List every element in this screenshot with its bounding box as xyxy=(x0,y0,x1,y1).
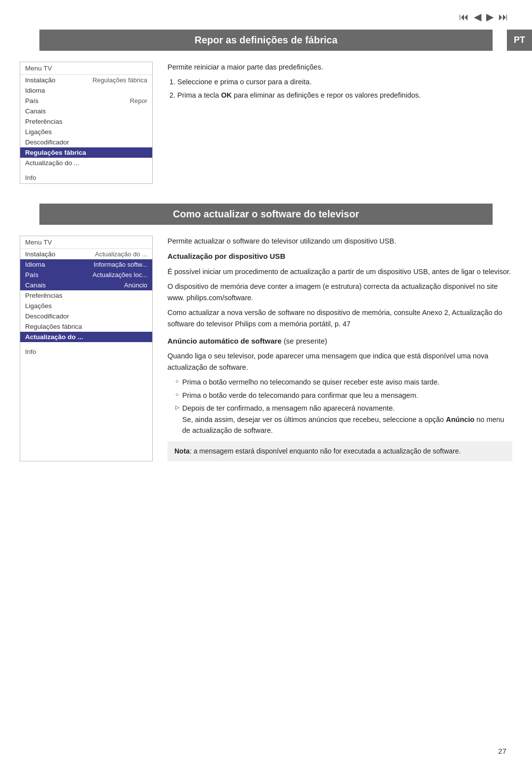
s2-menu-row-actualizacao-highlighted: Actualização do ... xyxy=(20,332,152,342)
s2-menu-row-pais: País Actualizações loc... xyxy=(20,270,152,280)
section1-header-row: Repor as definições de fábrica PT xyxy=(20,30,512,51)
nav-prev-icon[interactable]: ◀ xyxy=(474,11,481,23)
nav-icons: ⏮ ◀ ▶ ⏭ xyxy=(459,11,508,23)
section1-header: Repor as definições de fábrica xyxy=(39,30,493,51)
section2-header-row: Como actualizar o software do televisor xyxy=(20,204,512,225)
section1-step1: Seleccione e prima o cursor para a direi… xyxy=(177,76,512,87)
s2-menu-row-canais: Canais Anúncio xyxy=(20,280,152,290)
section2-desc-intro: Permite actualizar o software do televis… xyxy=(167,236,512,246)
section2-content: Menu TV Instalação Actualização do ... I… xyxy=(20,225,512,466)
section2-note: Nota: a mensagem estará disponível enqua… xyxy=(167,441,512,461)
section2-menu-info: Info xyxy=(20,346,152,357)
s2-menu-row-regulacoes: Regulações fábrica xyxy=(20,321,152,332)
section2-usb-para2: O dispositivo de memória deve conter a i… xyxy=(167,281,512,303)
menu-row-descodificador: Descodificador xyxy=(20,137,152,147)
section1-step2: Prima a tecla OK para eliminar as defini… xyxy=(177,90,512,101)
menu-row-canais: Canais xyxy=(20,106,152,116)
menu-row-regulacoes-highlighted: Regulações fábrica xyxy=(20,147,152,158)
nav-first-icon[interactable]: ⏮ xyxy=(459,11,469,23)
section2-menu-title: Menu TV xyxy=(20,236,152,249)
section1-menu-title: Menu TV xyxy=(20,62,152,75)
section2-menu-box: Menu TV Instalação Actualização do ... I… xyxy=(20,236,153,461)
section2-bullet2: Prima o botão verde do telecomando para … xyxy=(175,390,512,401)
section2-auto-heading: Anúncio automático de software (se prese… xyxy=(167,335,512,347)
s2-menu-row-ligacoes: Ligações xyxy=(20,301,152,311)
page-number: 27 xyxy=(498,747,506,755)
section1-text-col: Permite reiniciar a maior parte das pred… xyxy=(167,62,512,184)
menu-row-pais: País Repor xyxy=(20,96,152,106)
section2-usb-heading: Actualização por dispositivo USB xyxy=(167,250,512,262)
pt-badge: PT xyxy=(507,30,532,51)
section2-bullet1: Prima o botão vermelho no telecomando se… xyxy=(175,377,512,387)
section2: Como actualizar o software do televisor … xyxy=(0,204,532,466)
section2-bullet3: Depois de ter confirmado, a mensagem não… xyxy=(175,403,512,436)
section1-menu-info: Info xyxy=(20,172,152,183)
section2-usb-para3: Como actualizar a nova versão de softwar… xyxy=(167,307,512,329)
nav-next-icon[interactable]: ▶ xyxy=(486,11,494,23)
menu-row-ligacoes: Ligações xyxy=(20,127,152,137)
section1: Repor as definições de fábrica PT Menu T… xyxy=(0,30,532,189)
menu-row-idioma: Idioma xyxy=(20,85,152,96)
section2-auto-para1: Quando liga o seu televisor, pode aparec… xyxy=(167,350,512,373)
section1-desc-intro: Permite reiniciar a maior parte das pred… xyxy=(167,62,512,72)
section2-header: Como actualizar o software do televisor xyxy=(39,204,493,225)
section1-menu-box: Menu TV Instalação Regulações fábrica Id… xyxy=(20,62,153,184)
s2-menu-row-preferencias: Preferências xyxy=(20,290,152,301)
s2-menu-row-descodificador: Descodificador xyxy=(20,311,152,321)
section2-auto-bullets: Prima o botão vermelho no telecomando se… xyxy=(175,377,512,436)
menu-row-instalacao: Instalação Regulações fábrica xyxy=(20,75,152,85)
section2-text-col: Permite actualizar o software do televis… xyxy=(167,236,512,461)
section1-content: Menu TV Instalação Regulações fábrica Id… xyxy=(20,51,512,189)
menu-row-actualizacao: Actualização do ... xyxy=(20,158,152,168)
section1-steps: Seleccione e prima o cursor para a direi… xyxy=(177,76,512,101)
menu-row-preferencias: Preferências xyxy=(20,116,152,127)
s2-menu-row-idioma: Idioma Informação softw... xyxy=(20,259,152,270)
nav-last-icon[interactable]: ⏭ xyxy=(499,11,508,23)
s2-menu-row-instalacao: Instalação Actualização do ... xyxy=(20,249,152,259)
section2-usb-para1: É possível iniciar um procedimento de ac… xyxy=(167,266,512,277)
